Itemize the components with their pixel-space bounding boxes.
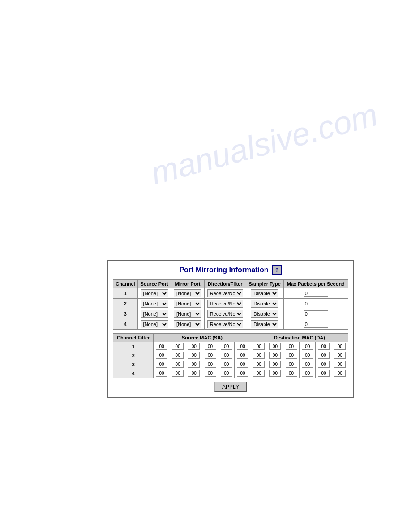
sampler-select[interactable]: Disable — [251, 289, 278, 297]
da-octet-input[interactable] — [269, 352, 281, 359]
direction-cell: Receive/None — [204, 309, 246, 319]
sampler-cell: Disable — [246, 299, 283, 309]
main-panel: Port Mirroring Information ? Channel Sou… — [107, 260, 354, 398]
da-octet-cell — [316, 360, 332, 369]
da-octet-input[interactable] — [318, 361, 330, 368]
da-octet-input[interactable] — [269, 370, 281, 377]
sa-octet-input[interactable] — [205, 343, 216, 350]
da-octet-cell — [300, 369, 316, 378]
sa-octet-input[interactable] — [188, 352, 200, 359]
da-octet-input[interactable] — [302, 361, 313, 368]
sa-octet-cell — [170, 342, 186, 351]
da-octet-input[interactable] — [253, 370, 265, 377]
sa-octet-input[interactable] — [172, 361, 184, 368]
source-port-select[interactable]: [None] — [141, 289, 168, 297]
sa-octet-input[interactable] — [205, 352, 216, 359]
sa-octet-input[interactable] — [172, 352, 184, 359]
direction-select[interactable]: Receive/None — [207, 300, 243, 308]
source-port-select[interactable]: [None] — [141, 310, 168, 318]
da-octet-cell — [251, 351, 267, 360]
sa-octet-input[interactable] — [156, 352, 167, 359]
sa-octet-cell — [218, 342, 235, 351]
col-source-port: Source Port — [137, 280, 171, 288]
sa-octet-input[interactable] — [205, 370, 216, 377]
apply-button[interactable]: APPLY — [214, 382, 247, 392]
sa-octet-cell — [154, 342, 170, 351]
direction-select[interactable]: Receive/None — [207, 289, 243, 297]
max-packets-input[interactable] — [304, 300, 328, 307]
direction-cell: Receive/None — [204, 288, 246, 299]
sa-octet-input[interactable] — [237, 361, 248, 368]
direction-select[interactable]: Receive/None — [207, 320, 243, 328]
sa-octet-input[interactable] — [237, 352, 248, 359]
da-octet-input[interactable] — [334, 361, 346, 368]
sa-octet-cell — [202, 351, 218, 360]
channel-filter-cell: 2 — [113, 351, 154, 360]
da-octet-input[interactable] — [334, 343, 346, 350]
source-port-select[interactable]: [None] — [141, 300, 168, 308]
da-octet-input[interactable] — [286, 361, 297, 368]
source-port-cell: [None] — [137, 309, 171, 319]
mirror-port-select[interactable]: [None] — [174, 310, 201, 318]
max-packets-input[interactable] — [304, 321, 328, 328]
da-octet-cell — [251, 369, 267, 378]
source-port-select[interactable]: [None] — [141, 320, 168, 328]
sa-octet-cell — [235, 360, 251, 369]
mirror-port-cell: [None] — [171, 299, 204, 309]
sa-octet-input[interactable] — [221, 352, 232, 359]
direction-select[interactable]: Receive/None — [207, 310, 243, 318]
da-octet-input[interactable] — [286, 343, 297, 350]
channel-cell: 3 — [113, 309, 138, 319]
apply-row: APPLY — [113, 382, 348, 392]
max-packets-cell — [283, 309, 348, 319]
sampler-select[interactable]: Disable — [251, 310, 278, 318]
da-octet-input[interactable] — [302, 343, 313, 350]
da-octet-input[interactable] — [318, 343, 330, 350]
table-row: 4[None][None]Receive/NoneDisable — [113, 319, 348, 330]
da-octet-input[interactable] — [253, 361, 265, 368]
da-octet-input[interactable] — [318, 352, 330, 359]
da-octet-input[interactable] — [302, 370, 313, 377]
sa-octet-input[interactable] — [237, 370, 248, 377]
sa-octet-input[interactable] — [237, 343, 248, 350]
max-packets-input[interactable] — [304, 310, 328, 317]
sa-octet-input[interactable] — [221, 361, 232, 368]
sa-octet-input[interactable] — [188, 361, 200, 368]
da-octet-input[interactable] — [302, 352, 313, 359]
da-octet-input[interactable] — [334, 352, 346, 359]
table-row: 2[None][None]Receive/NoneDisable — [113, 299, 348, 309]
da-octet-input[interactable] — [318, 370, 330, 377]
mirror-port-select[interactable]: [None] — [174, 289, 201, 297]
da-octet-input[interactable] — [286, 352, 297, 359]
sa-octet-cell — [170, 351, 186, 360]
mirror-port-select[interactable]: [None] — [174, 320, 201, 328]
sa-octet-input[interactable] — [156, 343, 167, 350]
max-packets-input[interactable] — [304, 290, 328, 297]
sa-octet-input[interactable] — [188, 343, 200, 350]
da-octet-input[interactable] — [253, 352, 265, 359]
da-octet-input[interactable] — [253, 343, 265, 350]
mirror-port-select[interactable]: [None] — [174, 300, 201, 308]
sa-octet-input[interactable] — [205, 361, 216, 368]
sa-octet-input[interactable] — [188, 370, 200, 377]
sa-octet-input[interactable] — [156, 361, 167, 368]
da-octet-input[interactable] — [269, 343, 281, 350]
col-dest-mac: Destination MAC (DA) — [251, 334, 348, 342]
da-octet-input[interactable] — [286, 370, 297, 377]
direction-cell: Receive/None — [204, 299, 246, 309]
sa-octet-input[interactable] — [221, 343, 232, 350]
da-octet-input[interactable] — [269, 361, 281, 368]
sampler-select[interactable]: Disable — [251, 320, 278, 328]
top-border — [9, 27, 402, 27]
sa-octet-input[interactable] — [172, 343, 184, 350]
help-icon[interactable]: ? — [272, 265, 282, 275]
sampler-select[interactable]: Disable — [251, 300, 278, 308]
sa-octet-cell — [154, 369, 170, 378]
sa-octet-input[interactable] — [172, 370, 184, 377]
direction-cell: Receive/None — [204, 319, 246, 330]
sa-octet-cell — [170, 369, 186, 378]
da-octet-input[interactable] — [334, 370, 346, 377]
sa-octet-input[interactable] — [156, 370, 167, 377]
da-octet-cell — [332, 351, 348, 360]
sa-octet-input[interactable] — [221, 370, 232, 377]
